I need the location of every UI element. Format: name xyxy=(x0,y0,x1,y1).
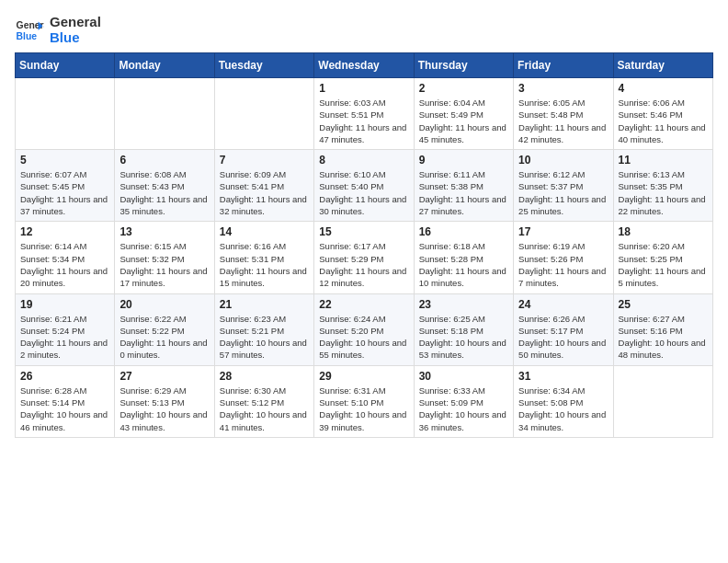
day-info-text: Sunrise: 6:20 AM xyxy=(619,240,708,252)
day-number: 2 xyxy=(419,82,508,95)
column-header-sunday: Sunday xyxy=(16,53,115,78)
calendar-cell: 23Sunrise: 6:25 AMSunset: 5:18 PMDayligh… xyxy=(414,293,513,365)
svg-text:Blue: Blue xyxy=(17,30,38,40)
day-info-text: Sunset: 5:24 PM xyxy=(20,325,109,337)
day-info-text: Sunset: 5:09 PM xyxy=(419,396,508,408)
day-info-text: Sunrise: 6:10 AM xyxy=(319,168,408,180)
day-info-text: Sunrise: 6:23 AM xyxy=(220,313,309,325)
day-number: 18 xyxy=(619,225,708,238)
calendar-table: SundayMondayTuesdayWednesdayThursdayFrid… xyxy=(15,52,713,438)
day-info-text: Sunrise: 6:33 AM xyxy=(419,385,508,396)
calendar-cell xyxy=(613,365,712,437)
day-info-text: Sunrise: 6:12 AM xyxy=(518,168,608,180)
day-info-text: Sunrise: 6:16 AM xyxy=(220,240,309,252)
day-info-text: Sunrise: 6:30 AM xyxy=(220,385,309,396)
calendar-cell: 7Sunrise: 6:09 AMSunset: 5:41 PMDaylight… xyxy=(214,150,313,222)
calendar-cell: 11Sunrise: 6:13 AMSunset: 5:35 PMDayligh… xyxy=(613,150,712,222)
day-info-text: Sunset: 5:38 PM xyxy=(419,180,508,192)
day-info-text: Sunrise: 6:28 AM xyxy=(20,385,109,396)
day-info-text: Sunset: 5:20 PM xyxy=(319,325,408,337)
day-info-text: Sunrise: 6:06 AM xyxy=(619,97,708,109)
calendar-week-row: 12Sunrise: 6:14 AMSunset: 5:34 PMDayligh… xyxy=(16,222,713,293)
page-header: General Blue General Blue xyxy=(15,15,713,45)
calendar-cell: 27Sunrise: 6:29 AMSunset: 5:13 PMDayligh… xyxy=(115,365,214,437)
day-info-text: Sunrise: 6:17 AM xyxy=(319,240,408,252)
day-info-text: Sunrise: 6:08 AM xyxy=(119,168,209,180)
day-number: 25 xyxy=(619,298,708,311)
day-info-text: Daylight: 11 hours and 5 minutes. xyxy=(619,265,708,290)
day-info-text: Sunset: 5:12 PM xyxy=(220,396,309,408)
calendar-cell: 28Sunrise: 6:30 AMSunset: 5:12 PMDayligh… xyxy=(214,365,313,437)
day-info-text: Daylight: 10 hours and 46 minutes. xyxy=(20,408,109,433)
column-header-monday: Monday xyxy=(115,53,214,78)
day-info-text: Sunrise: 6:21 AM xyxy=(20,313,109,325)
day-info-text: Sunset: 5:10 PM xyxy=(319,396,408,408)
day-info-text: Daylight: 11 hours and 10 minutes. xyxy=(419,265,508,290)
day-number: 7 xyxy=(220,154,309,167)
day-info-text: Daylight: 10 hours and 36 minutes. xyxy=(419,408,508,433)
calendar-cell: 16Sunrise: 6:18 AMSunset: 5:28 PMDayligh… xyxy=(414,222,513,293)
day-info-text: Sunset: 5:21 PM xyxy=(220,325,309,337)
day-info-text: Sunrise: 6:22 AM xyxy=(119,313,209,325)
day-info-text: Sunset: 5:40 PM xyxy=(319,180,408,192)
day-info-text: Sunset: 5:34 PM xyxy=(20,253,109,265)
day-number: 23 xyxy=(419,298,508,311)
day-number: 8 xyxy=(319,154,408,167)
day-info-text: Sunset: 5:32 PM xyxy=(119,253,209,265)
calendar-cell: 18Sunrise: 6:20 AMSunset: 5:25 PMDayligh… xyxy=(613,222,712,293)
logo-general: General xyxy=(50,15,101,30)
day-info-text: Daylight: 11 hours and 7 minutes. xyxy=(518,265,608,290)
day-info-text: Sunset: 5:37 PM xyxy=(518,180,608,192)
day-info-text: Sunset: 5:22 PM xyxy=(119,325,209,337)
day-info-text: Sunrise: 6:03 AM xyxy=(319,97,408,109)
day-number: 3 xyxy=(518,82,608,95)
day-info-text: Daylight: 11 hours and 40 minutes. xyxy=(619,121,708,146)
day-number: 21 xyxy=(220,298,309,311)
day-info-text: Sunset: 5:16 PM xyxy=(619,325,708,337)
day-number: 20 xyxy=(119,298,209,311)
day-info-text: Daylight: 11 hours and 30 minutes. xyxy=(319,193,408,218)
day-info-text: Sunset: 5:49 PM xyxy=(419,109,508,121)
calendar-cell: 1Sunrise: 6:03 AMSunset: 5:51 PMDaylight… xyxy=(314,78,414,150)
calendar-cell: 8Sunrise: 6:10 AMSunset: 5:40 PMDaylight… xyxy=(314,150,414,222)
day-number: 26 xyxy=(20,370,109,383)
day-info-text: Daylight: 11 hours and 32 minutes. xyxy=(220,193,309,218)
day-info-text: Sunset: 5:41 PM xyxy=(220,180,309,192)
day-number: 24 xyxy=(518,298,608,311)
calendar-cell: 2Sunrise: 6:04 AMSunset: 5:49 PMDaylight… xyxy=(414,78,513,150)
day-info-text: Sunrise: 6:18 AM xyxy=(419,240,508,252)
logo-blue: Blue xyxy=(50,30,101,46)
day-number: 10 xyxy=(518,154,608,167)
calendar-cell: 21Sunrise: 6:23 AMSunset: 5:21 PMDayligh… xyxy=(214,293,313,365)
column-header-tuesday: Tuesday xyxy=(214,53,313,78)
day-info-text: Sunrise: 6:34 AM xyxy=(518,385,608,396)
calendar-cell: 10Sunrise: 6:12 AMSunset: 5:37 PMDayligh… xyxy=(514,150,613,222)
calendar-cell xyxy=(16,78,115,150)
day-info-text: Daylight: 11 hours and 0 minutes. xyxy=(119,337,209,362)
day-number: 12 xyxy=(20,225,109,238)
day-info-text: Daylight: 11 hours and 22 minutes. xyxy=(619,193,708,218)
calendar-cell: 19Sunrise: 6:21 AMSunset: 5:24 PMDayligh… xyxy=(16,293,115,365)
day-info-text: Daylight: 10 hours and 39 minutes. xyxy=(319,408,408,433)
day-info-text: Daylight: 11 hours and 17 minutes. xyxy=(119,265,209,290)
day-info-text: Daylight: 11 hours and 27 minutes. xyxy=(419,193,508,218)
calendar-cell: 17Sunrise: 6:19 AMSunset: 5:26 PMDayligh… xyxy=(514,222,613,293)
day-number: 27 xyxy=(119,370,209,383)
day-number: 28 xyxy=(220,370,309,383)
day-info-text: Daylight: 11 hours and 12 minutes. xyxy=(319,265,408,290)
calendar-cell: 4Sunrise: 6:06 AMSunset: 5:46 PMDaylight… xyxy=(613,78,712,150)
calendar-cell: 20Sunrise: 6:22 AMSunset: 5:22 PMDayligh… xyxy=(115,293,214,365)
calendar-week-row: 26Sunrise: 6:28 AMSunset: 5:14 PMDayligh… xyxy=(16,365,713,437)
calendar-cell: 9Sunrise: 6:11 AMSunset: 5:38 PMDaylight… xyxy=(414,150,513,222)
day-number: 5 xyxy=(20,154,109,167)
column-header-friday: Friday xyxy=(514,53,613,78)
day-number: 16 xyxy=(419,225,508,238)
day-info-text: Sunset: 5:43 PM xyxy=(119,180,209,192)
logo-icon: General Blue xyxy=(15,16,44,45)
day-info-text: Daylight: 10 hours and 48 minutes. xyxy=(619,337,708,362)
calendar-cell: 12Sunrise: 6:14 AMSunset: 5:34 PMDayligh… xyxy=(16,222,115,293)
day-info-text: Sunset: 5:14 PM xyxy=(20,396,109,408)
day-info-text: Daylight: 11 hours and 37 minutes. xyxy=(20,193,109,218)
calendar-week-row: 19Sunrise: 6:21 AMSunset: 5:24 PMDayligh… xyxy=(16,293,713,365)
day-info-text: Sunrise: 6:05 AM xyxy=(518,97,608,109)
